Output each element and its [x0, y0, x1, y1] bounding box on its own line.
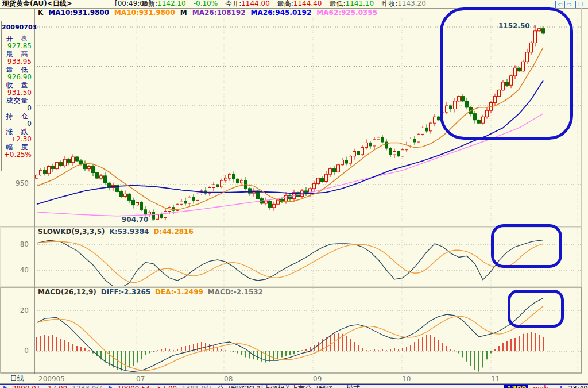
app-window: 现货黄金(AU)<日线> [00:49:05] 最新:1142.10-0.10%… [0, 0, 588, 388]
timeline-month-label: 09 [313, 375, 322, 383]
index1-change: -17.09 [45, 385, 68, 388]
timeline-month-label: 08 [224, 375, 233, 383]
index-flag-icon: ⚑ [107, 385, 113, 388]
download-icon: ⬇ [559, 385, 563, 388]
index2-change: -57.00 [155, 385, 177, 388]
news-ticker: 公司利好2Q 对上游相关上市公司利好……模式 [217, 385, 499, 388]
slowkd-title-bar: SLOWKD(9,3,3,5)K:53.9384D:44.2816 [38, 228, 198, 235]
period-label: 日线 [0, 374, 34, 383]
panel-title-item: MACD(26,12,9) [38, 288, 96, 296]
panel-title-item: D:44.2816 [153, 228, 193, 236]
panel-title-item: DIFF:-2.3265 [101, 288, 150, 296]
index1-price[interactable]: 2890.01 [12, 385, 41, 388]
index-flag-icon: ⚑ [2, 385, 7, 388]
panel-title-item: K:53.9384 [110, 228, 149, 236]
annotation-ring-slowkd [491, 224, 562, 268]
timeline-month-label: 10 [402, 375, 411, 383]
timeline-month-label: 07 [136, 375, 145, 383]
index2-volume: 1381.0亿 [181, 385, 212, 388]
status-chip[interactable]: ↑300 [504, 385, 528, 388]
index2-price[interactable]: 10000.54 [117, 385, 150, 388]
high-price-callout: 1152.50→ [498, 22, 536, 30]
high-price-value: 1152.50 [498, 22, 530, 30]
panel-title-item: SLOWKD(9,3,3,5) [38, 228, 105, 236]
timeline-month-label: 11 [491, 375, 500, 383]
timeline-month-label: 200905 [38, 375, 65, 383]
timeline-axis[interactable]: 日线 2009050708091011 [0, 374, 588, 384]
status-mode-text: mah= [533, 385, 554, 388]
arrow-right-icon: → [530, 22, 536, 30]
status-clock: 23:49 [568, 385, 588, 388]
macd-title-bar: MACD(26,12,9)DIFF:-2.3265DEA:-1.2499MACD… [38, 289, 268, 295]
panel-title-item: MACD:-2.1532 [208, 288, 263, 296]
annotation-ring-macd [508, 290, 564, 328]
status-bar: ⚑ 2890.01 -17.09 1233.0亿 ⚑ 10000.54 -57.… [0, 384, 588, 388]
index1-volume: 1233.0亿 [72, 385, 103, 388]
panel-title-item: DEA:-1.2499 [155, 288, 203, 296]
arrow-right-icon: → [148, 216, 154, 224]
low-price-callout: 904.70→ [122, 216, 154, 224]
low-price-value: 904.70 [122, 216, 148, 224]
